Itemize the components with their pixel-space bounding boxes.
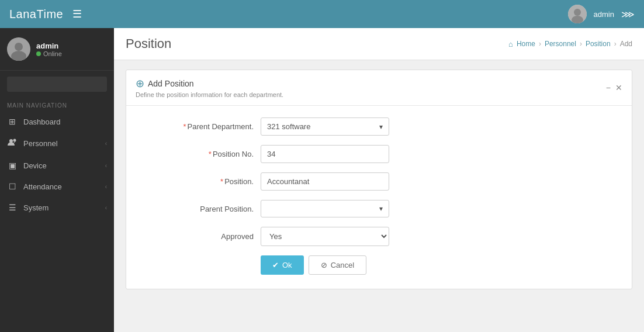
minimize-button[interactable]: − — [606, 83, 611, 92]
sidebar-item-attendance[interactable]: ☐ Attendance ‹ — [0, 176, 114, 197]
svg-point-7 — [13, 139, 16, 142]
position-no-input[interactable] — [261, 145, 389, 163]
sidebar-item-system[interactable]: ☰ System ‹ — [0, 197, 114, 218]
sidebar-user-info: admin Online — [36, 42, 62, 57]
parent-department-value: 321 software — [267, 122, 310, 131]
parent-position-label: Parent Position. — [144, 205, 261, 213]
form-card-body: *Parent Department. 321 software ▾ *Posi… — [126, 106, 632, 289]
attendance-icon: ☐ — [7, 182, 18, 191]
system-icon: ☰ — [7, 203, 18, 212]
ok-check-icon: ✔ — [272, 261, 279, 269]
form-card-title: ⊕ Add Position — [136, 77, 283, 90]
sidebar-item-dashboard[interactable]: ⊞ Dashboard — [0, 111, 114, 132]
personnel-icon — [7, 138, 18, 149]
top-header: LanaTime ☰ admin ⋙ — [0, 0, 644, 28]
cancel-button[interactable]: ⊘ Cancel — [309, 255, 366, 275]
form-card-controls: − ✕ — [606, 83, 622, 92]
sidebar-item-device[interactable]: ▣ Device ‹ — [0, 155, 114, 176]
dashboard-icon: ⊞ — [7, 117, 18, 126]
main-content: Position ⌂ Home › Personnel › Position ›… — [114, 28, 644, 332]
parent-position-select[interactable]: ▾ — [261, 200, 389, 217]
close-button[interactable]: ✕ — [615, 83, 622, 92]
app-logo: LanaTime — [9, 8, 63, 21]
device-icon: ▣ — [7, 161, 18, 170]
admin-avatar — [568, 5, 587, 23]
nav-section-label: MAIN NAVIGATION — [0, 98, 114, 111]
breadcrumb-position[interactable]: Position — [586, 40, 611, 48]
main-layout: admin Online MAIN NAVIGATION ⊞ Dashboard — [0, 28, 644, 332]
position-no-row: *Position No. — [144, 145, 614, 163]
breadcrumb-personnel[interactable]: Personnel — [545, 40, 576, 48]
search-input[interactable] — [7, 77, 107, 92]
chevron-icon: ‹ — [105, 184, 107, 190]
form-card-subtitle: Define the position information for each… — [136, 91, 283, 98]
breadcrumb-home[interactable]: Home — [517, 40, 535, 48]
position-input[interactable] — [261, 172, 389, 191]
sidebar-user: admin Online — [0, 28, 114, 71]
parent-department-row: *Parent Department. 321 software ▾ — [144, 117, 614, 136]
header-left: LanaTime ☰ — [9, 8, 82, 21]
status-text: Online — [43, 50, 62, 57]
share-icon[interactable]: ⋙ — [621, 9, 635, 20]
form-title-text: Add Position — [148, 79, 194, 88]
parent-position-row: Parent Position. ▾ — [144, 200, 614, 217]
user-avatar-image — [7, 37, 30, 61]
approved-label: Approved — [144, 232, 261, 241]
sidebar-avatar — [7, 37, 30, 61]
breadcrumb: ⌂ Home › Personnel › Position › Add — [508, 40, 632, 49]
chevron-down-icon: ▾ — [379, 205, 383, 213]
ok-label: Ok — [282, 261, 292, 269]
position-row: *Position. — [144, 172, 614, 191]
chevron-down-icon: ▾ — [379, 123, 383, 131]
parent-department-select[interactable]: 321 software ▾ — [261, 117, 389, 136]
hamburger-icon[interactable]: ☰ — [72, 8, 82, 20]
svg-point-4 — [15, 43, 23, 51]
position-label: *Position. — [144, 177, 261, 186]
sidebar-item-personnel[interactable]: Personnel ‹ — [0, 132, 114, 155]
add-icon: ⊕ — [136, 77, 144, 90]
chevron-icon: ‹ — [105, 140, 107, 147]
form-card-header: ⊕ Add Position Define the position infor… — [126, 70, 632, 106]
logo-suffix: Time — [37, 8, 64, 20]
sidebar-item-label: Attendance — [23, 182, 62, 191]
header-right: admin ⋙ — [568, 5, 635, 23]
parent-department-label: *Parent Department. — [144, 122, 261, 131]
form-buttons: ✔ Ok ⊘ Cancel — [144, 255, 614, 275]
approved-select[interactable]: Yes No — [261, 227, 389, 246]
admin-name: admin — [594, 10, 614, 19]
sidebar-item-label: Device — [23, 161, 47, 170]
content-area: ⊕ Add Position Define the position infor… — [114, 60, 644, 299]
chevron-icon: ‹ — [105, 162, 107, 169]
sidebar-item-label: System — [23, 203, 49, 212]
logo-prefix: Lana — [9, 8, 37, 20]
approved-row: Approved Yes No — [144, 227, 614, 246]
sidebar-item-label: Dashboard — [23, 117, 61, 126]
cancel-label: Cancel — [331, 261, 354, 269]
cancel-circle-icon: ⊘ — [321, 261, 327, 269]
ok-button[interactable]: ✔ Ok — [261, 255, 304, 275]
page-header: Position ⌂ Home › Personnel › Position ›… — [114, 28, 644, 60]
form-card: ⊕ Add Position Define the position infor… — [126, 70, 632, 289]
home-icon: ⌂ — [508, 40, 513, 49]
sidebar-username: admin — [36, 42, 62, 50]
sidebar: admin Online MAIN NAVIGATION ⊞ Dashboard — [0, 28, 114, 332]
chevron-icon: ‹ — [105, 205, 107, 211]
sidebar-status: Online — [36, 50, 62, 57]
sidebar-item-label: Personnel — [23, 139, 58, 148]
page-title: Position — [126, 36, 171, 51]
position-no-label: *Position No. — [144, 150, 261, 158]
status-dot — [36, 51, 41, 56]
avatar-image — [568, 5, 587, 23]
svg-point-1 — [574, 9, 581, 16]
sidebar-search[interactable] — [0, 71, 114, 98]
breadcrumb-current: Add — [620, 40, 632, 48]
